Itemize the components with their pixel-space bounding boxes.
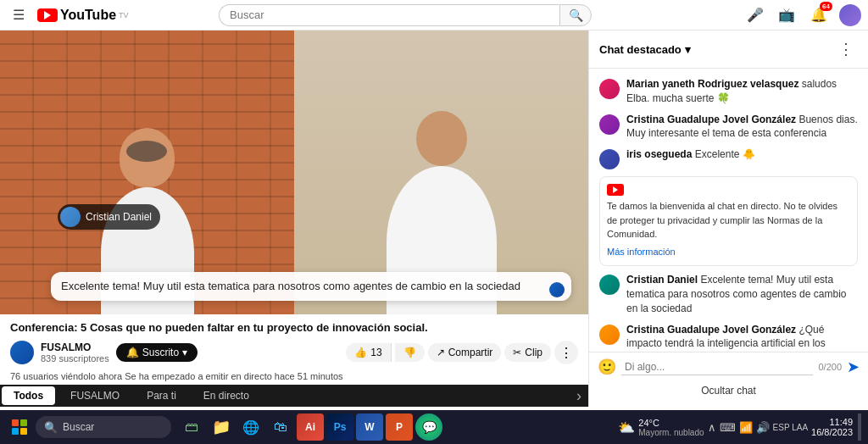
chat-more-button[interactable]: ⋮: [834, 37, 858, 61]
taskbar-search[interactable]: 🔍 Buscar: [36, 416, 171, 438]
taskbar-right: ⛅ 24°C Mayorm. nublado ∧ ⌨ 📶 🔊 ESP LAA 1…: [618, 413, 861, 441]
emoji-button[interactable]: 🙂: [598, 358, 616, 376]
message-avatar: [599, 325, 620, 345]
more-options-button[interactable]: ⋮: [554, 341, 578, 364]
video-info: Conferencia: 5 Cosas que no pueden falta…: [0, 314, 588, 368]
chat-text-input[interactable]: [621, 359, 813, 375]
keyboard-icon[interactable]: ⌨: [720, 421, 736, 434]
weather-description: Mayorm. nublado: [638, 428, 704, 437]
live-viewer-count: 76 usuarios viéndolo ahora Se ha empezad…: [10, 371, 343, 381]
message-username: Marian yaneth Rodriguez velasquez: [626, 78, 798, 90]
chat-title-text: Chat destacado: [599, 43, 682, 56]
name-badge-text: Cristian Daniel: [86, 211, 152, 223]
search-button[interactable]: 🔍: [559, 4, 592, 26]
name-badge: Cristian Daniel: [58, 204, 160, 230]
taskbar-icon-store[interactable]: 🛍: [267, 413, 294, 441]
tab-en-directo[interactable]: En directo: [192, 386, 261, 405]
message-content: Cristina Guadalupe Jovel González ¿Qué i…: [626, 323, 858, 352]
yt-ann-link[interactable]: Más información: [607, 245, 850, 259]
chat-message: iris osegueda Excelente 🐥: [589, 144, 868, 173]
search-bar: 🔍: [219, 4, 592, 26]
channel-row: FUSALMO 839 suscriptores 🔔 Suscrito ▾ 👍 …: [10, 341, 578, 364]
video-section: Cristian Daniel Excelente tema! Muy util…: [0, 31, 588, 407]
windows-logo-icon: [12, 419, 27, 435]
video-player[interactable]: Cristian Daniel Excelente tema! Muy util…: [0, 31, 588, 314]
filter-tab-next-arrow[interactable]: ›: [570, 387, 588, 405]
channel-left: FUSALMO 839 suscriptores 🔔 Suscrito ▾: [10, 341, 198, 364]
youtube-icon: [37, 8, 58, 22]
clock-time: 11:49: [811, 417, 853, 427]
message-avatar: [599, 275, 620, 295]
person-head-right: [416, 111, 467, 166]
like-icon: 👍: [354, 347, 367, 358]
message-avatar: [599, 149, 620, 169]
tab-todos[interactable]: Todos: [2, 386, 55, 405]
youtube-logo[interactable]: YouTubeTV: [37, 8, 129, 23]
chat-message: Cristina Guadalupe Jovel González Buenos…: [589, 109, 868, 145]
share-button[interactable]: ↗ Compartir: [428, 343, 502, 362]
char-count: 0/200: [818, 362, 842, 372]
channel-subs: 839 suscriptores: [41, 353, 109, 364]
message-username: Cristian Daniel: [626, 274, 698, 286]
taskbar-icon-folder[interactable]: 📁: [208, 413, 235, 441]
message-username: Cristina Guadalupe Jovel González: [626, 324, 796, 336]
nav-left: ☰ YouTubeTV: [7, 3, 142, 27]
dislike-icon: 👎: [403, 347, 416, 358]
language-indicator[interactable]: ESP LAA: [773, 423, 809, 432]
message-username: Cristina Guadalupe Jovel González: [626, 114, 796, 125]
taskbar-icon-ppt[interactable]: P: [386, 413, 413, 441]
like-count: 13: [370, 347, 381, 358]
chat-panel: Chat destacado ▾ ⋮ Marian yaneth Rodrigu…: [588, 31, 868, 407]
menu-button[interactable]: ☰: [7, 3, 31, 27]
clock-date: 16/8/2023: [811, 427, 853, 437]
taskbar-icon-chat[interactable]: 💬: [415, 413, 442, 441]
clip-label: Clip: [525, 347, 542, 358]
volume-icon[interactable]: 🔊: [756, 421, 770, 434]
search-input[interactable]: [219, 4, 559, 26]
taskbar-icon-word[interactable]: W: [356, 413, 383, 441]
yt-ann-header: [607, 184, 850, 196]
send-button[interactable]: ➤: [847, 358, 860, 376]
clock[interactable]: 11:49 16/8/2023: [811, 417, 853, 437]
youtube-wordmark: YouTube: [60, 8, 116, 23]
dislike-button[interactable]: 👎: [395, 343, 425, 362]
wifi-icon[interactable]: 📶: [739, 421, 753, 434]
chat-messages: Marian yaneth Rodriguez velasquez saludo…: [589, 69, 868, 352]
taskbar-icon-files[interactable]: 🗃: [178, 413, 205, 441]
chat-input-row: 🙂 0/200 ➤: [598, 358, 860, 376]
message-content: Marian yaneth Rodriguez velasquez saludo…: [626, 77, 858, 106]
taskbar-icon-ai[interactable]: Ai: [297, 413, 324, 441]
message-username: iris osegueda: [626, 148, 692, 160]
show-desktop-button[interactable]: [858, 413, 861, 441]
video-title: Conferencia: 5 Cosas que no pueden falta…: [10, 321, 578, 336]
mic-button[interactable]: 🎤: [744, 4, 766, 26]
subscribe-button[interactable]: 🔔 Suscrito ▾: [116, 343, 198, 362]
cast-button[interactable]: 📺: [775, 3, 798, 27]
clip-button[interactable]: ✂ Clip: [504, 343, 551, 362]
tab-para-ti[interactable]: Para ti: [135, 386, 188, 405]
live-info: 76 usuarios viéndolo ahora Se ha empezad…: [0, 368, 588, 385]
taskbar-search-text: Buscar: [63, 421, 94, 433]
message-avatar: [599, 114, 620, 135]
chat-bubble-text: Excelente tema! Muy util esta tematica p…: [61, 280, 520, 292]
start-button[interactable]: [7, 414, 32, 440]
filter-tabs: Todos FUSALMO Para ti En directo ›: [0, 385, 588, 407]
message-content: Cristina Guadalupe Jovel González Buenos…: [626, 113, 858, 142]
yt-ann-logo-icon: [607, 184, 624, 196]
action-buttons: 👍 13 👎 ↗ Compartir ✂ Clip ⋮: [346, 341, 578, 364]
system-tray-icons[interactable]: ∧: [708, 421, 716, 434]
like-button[interactable]: 👍 13: [346, 343, 391, 362]
nav-right: 🎤 📺 🔔 64: [744, 3, 861, 27]
weather-widget[interactable]: ⛅ 24°C Mayorm. nublado: [618, 418, 704, 437]
avatar[interactable]: [839, 4, 861, 26]
channel-logo[interactable]: [10, 341, 34, 364]
message-text: Excelente 🐥: [695, 148, 755, 160]
taskbar-icon-browser[interactable]: 🌐: [237, 413, 264, 441]
chat-header: Chat destacado ▾ ⋮: [589, 31, 868, 69]
main-content: Cristian Daniel Excelente tema! Muy util…: [0, 31, 868, 407]
taskbar-icon-ps[interactable]: Ps: [326, 413, 353, 441]
hide-chat-button[interactable]: Ocultar chat: [598, 380, 860, 402]
chat-title-chevron[interactable]: ▾: [685, 43, 691, 56]
chat-message: Cristina Guadalupe Jovel González ¿Qué i…: [589, 319, 868, 352]
tab-fusalmo[interactable]: FUSALMO: [58, 386, 131, 405]
